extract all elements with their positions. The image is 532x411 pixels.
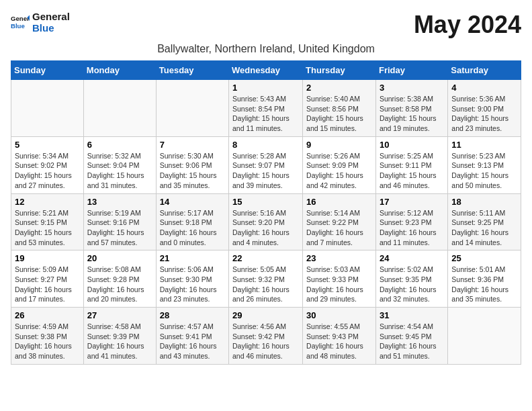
calendar-cell: 20Sunrise: 5:08 AMSunset: 9:28 PMDayligh…: [83, 250, 156, 308]
day-number: 22: [232, 253, 299, 263]
calendar-cell: 24Sunrise: 5:02 AMSunset: 9:35 PMDayligh…: [375, 250, 447, 308]
calendar-cell: [83, 80, 156, 137]
calendar-cell: 25Sunrise: 5:01 AMSunset: 9:36 PMDayligh…: [448, 250, 521, 308]
calendar-cell: 5Sunrise: 5:34 AMSunset: 9:02 PMDaylight…: [11, 136, 84, 193]
day-info: Sunrise: 5:01 AMSunset: 9:36 PMDaylight:…: [451, 265, 517, 304]
day-number: 11: [451, 140, 517, 150]
logo-line2: Blue: [32, 22, 70, 34]
day-number: 28: [160, 310, 225, 320]
day-number: 29: [232, 310, 299, 320]
day-number: 12: [15, 197, 80, 207]
day-number: 27: [87, 310, 152, 320]
calendar-cell: 16Sunrise: 5:14 AMSunset: 9:22 PMDayligh…: [303, 193, 376, 250]
day-info: Sunrise: 5:06 AMSunset: 9:30 PMDaylight:…: [160, 265, 225, 304]
calendar-cell: 6Sunrise: 5:32 AMSunset: 9:04 PMDaylight…: [83, 136, 156, 193]
day-number: 18: [451, 197, 517, 207]
day-number: 21: [160, 253, 225, 263]
day-number: 25: [451, 253, 517, 263]
day-number: 16: [306, 197, 372, 207]
day-number: 15: [232, 197, 299, 207]
day-info: Sunrise: 5:09 AMSunset: 9:27 PMDaylight:…: [15, 265, 80, 304]
day-number: 24: [380, 253, 444, 263]
weekday-header-sunday: Sunday: [11, 61, 84, 80]
logo-line1: General: [32, 11, 70, 22]
calendar-cell: 12Sunrise: 5:21 AMSunset: 9:15 PMDayligh…: [11, 193, 84, 250]
calendar-cell: 30Sunrise: 4:55 AMSunset: 9:43 PMDayligh…: [303, 308, 376, 365]
calendar-cell: 15Sunrise: 5:16 AMSunset: 9:20 PMDayligh…: [229, 193, 303, 250]
day-info: Sunrise: 5:12 AMSunset: 9:23 PMDaylight:…: [380, 208, 444, 248]
day-number: 19: [15, 253, 80, 263]
day-info: Sunrise: 5:32 AMSunset: 9:04 PMDaylight:…: [87, 151, 152, 191]
day-number: 26: [15, 310, 80, 320]
calendar-cell: 3Sunrise: 5:38 AMSunset: 8:58 PMDaylight…: [375, 80, 447, 137]
calendar-cell: 17Sunrise: 5:12 AMSunset: 9:23 PMDayligh…: [375, 193, 447, 250]
day-info: Sunrise: 5:34 AMSunset: 9:02 PMDaylight:…: [15, 151, 80, 191]
calendar-cell: 27Sunrise: 4:58 AMSunset: 9:39 PMDayligh…: [83, 308, 156, 365]
calendar-cell: 1Sunrise: 5:43 AMSunset: 8:54 PMDaylight…: [229, 80, 303, 137]
day-number: 9: [306, 140, 372, 150]
day-info: Sunrise: 5:19 AMSunset: 9:16 PMDaylight:…: [87, 208, 152, 248]
day-info: Sunrise: 5:08 AMSunset: 9:28 PMDaylight:…: [87, 265, 152, 304]
svg-text:General: General: [11, 15, 30, 22]
day-info: Sunrise: 5:36 AMSunset: 9:00 PMDaylight:…: [451, 94, 517, 134]
day-number: 17: [380, 197, 444, 207]
calendar-cell: [11, 80, 84, 137]
calendar-cell: [156, 80, 228, 137]
day-info: Sunrise: 5:03 AMSunset: 9:33 PMDaylight:…: [306, 265, 372, 304]
day-info: Sunrise: 4:59 AMSunset: 9:38 PMDaylight:…: [15, 322, 80, 361]
calendar-cell: 31Sunrise: 4:54 AMSunset: 9:45 PMDayligh…: [375, 308, 447, 365]
day-number: 3: [380, 83, 444, 93]
day-number: 30: [306, 310, 372, 320]
day-info: Sunrise: 5:38 AMSunset: 8:58 PMDaylight:…: [380, 94, 444, 134]
calendar-cell: 19Sunrise: 5:09 AMSunset: 9:27 PMDayligh…: [11, 250, 84, 308]
month-title: May 2024: [414, 11, 521, 39]
day-info: Sunrise: 5:28 AMSunset: 9:07 PMDaylight:…: [232, 151, 299, 191]
day-info: Sunrise: 5:02 AMSunset: 9:35 PMDaylight:…: [380, 265, 444, 304]
day-number: 5: [15, 140, 80, 150]
day-info: Sunrise: 5:11 AMSunset: 9:25 PMDaylight:…: [451, 208, 517, 248]
day-number: 8: [232, 140, 299, 150]
logo: General Blue General Blue: [11, 11, 70, 34]
day-info: Sunrise: 4:56 AMSunset: 9:42 PMDaylight:…: [232, 322, 299, 361]
calendar-cell: 9Sunrise: 5:26 AMSunset: 9:09 PMDaylight…: [303, 136, 376, 193]
day-info: Sunrise: 5:26 AMSunset: 9:09 PMDaylight:…: [306, 151, 372, 191]
day-info: Sunrise: 5:14 AMSunset: 9:22 PMDaylight:…: [306, 208, 372, 248]
calendar-cell: 14Sunrise: 5:17 AMSunset: 9:18 PMDayligh…: [156, 193, 228, 250]
calendar-cell: 21Sunrise: 5:06 AMSunset: 9:30 PMDayligh…: [156, 250, 228, 308]
day-info: Sunrise: 4:55 AMSunset: 9:43 PMDaylight:…: [306, 322, 372, 361]
weekday-header-saturday: Saturday: [448, 61, 521, 80]
day-number: 2: [306, 83, 372, 93]
day-number: 23: [306, 253, 372, 263]
weekday-header-wednesday: Wednesday: [229, 61, 303, 80]
day-number: 20: [87, 253, 152, 263]
day-number: 1: [232, 83, 299, 93]
calendar-cell: 11Sunrise: 5:23 AMSunset: 9:13 PMDayligh…: [448, 136, 521, 193]
calendar-cell: 29Sunrise: 4:56 AMSunset: 9:42 PMDayligh…: [229, 308, 303, 365]
location-title: Ballywalter, Northern Ireland, United Ki…: [11, 43, 521, 55]
calendar-cell: 13Sunrise: 5:19 AMSunset: 9:16 PMDayligh…: [83, 193, 156, 250]
day-number: 4: [451, 83, 517, 93]
day-info: Sunrise: 5:40 AMSunset: 8:56 PMDaylight:…: [306, 94, 372, 134]
weekday-header-tuesday: Tuesday: [156, 61, 228, 80]
weekday-header-thursday: Thursday: [303, 61, 376, 80]
weekday-header-monday: Monday: [83, 61, 156, 80]
logo-icon: General Blue: [11, 13, 30, 32]
day-info: Sunrise: 4:57 AMSunset: 9:41 PMDaylight:…: [160, 322, 225, 361]
day-info: Sunrise: 5:17 AMSunset: 9:18 PMDaylight:…: [160, 208, 225, 248]
calendar-cell: 8Sunrise: 5:28 AMSunset: 9:07 PMDaylight…: [229, 136, 303, 193]
weekday-header-friday: Friday: [375, 61, 447, 80]
calendar-cell: 23Sunrise: 5:03 AMSunset: 9:33 PMDayligh…: [303, 250, 376, 308]
calendar-cell: 10Sunrise: 5:25 AMSunset: 9:11 PMDayligh…: [375, 136, 447, 193]
day-number: 7: [160, 140, 225, 150]
day-info: Sunrise: 5:30 AMSunset: 9:06 PMDaylight:…: [160, 151, 225, 191]
calendar-cell: [448, 308, 521, 365]
day-info: Sunrise: 5:05 AMSunset: 9:32 PMDaylight:…: [232, 265, 299, 304]
calendar-cell: 26Sunrise: 4:59 AMSunset: 9:38 PMDayligh…: [11, 308, 84, 365]
day-info: Sunrise: 5:16 AMSunset: 9:20 PMDaylight:…: [232, 208, 299, 248]
calendar-cell: 7Sunrise: 5:30 AMSunset: 9:06 PMDaylight…: [156, 136, 228, 193]
calendar-cell: 22Sunrise: 5:05 AMSunset: 9:32 PMDayligh…: [229, 250, 303, 308]
calendar-cell: 18Sunrise: 5:11 AMSunset: 9:25 PMDayligh…: [448, 193, 521, 250]
svg-text:Blue: Blue: [11, 22, 25, 30]
day-info: Sunrise: 5:25 AMSunset: 9:11 PMDaylight:…: [380, 151, 444, 191]
day-info: Sunrise: 4:54 AMSunset: 9:45 PMDaylight:…: [380, 322, 444, 361]
